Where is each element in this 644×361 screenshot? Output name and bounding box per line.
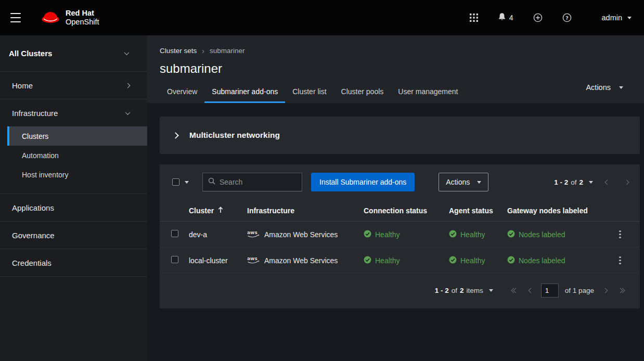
sidebar-item-host-inventory[interactable]: Host inventory: [7, 165, 147, 184]
sidebar-item-infrastructure[interactable]: Infrastructure: [0, 99, 147, 126]
nav-toggle-hamburger-icon[interactable]: [8, 12, 23, 23]
perspective-label: All Clusters: [9, 49, 52, 58]
table-row: dev-a aws Amazon Web Services: [160, 222, 640, 248]
sidebar-item-clusters[interactable]: Clusters: [7, 126, 147, 146]
row-kebab-menu-icon[interactable]: [616, 227, 624, 242]
sidebar-item-label: Governance: [12, 231, 55, 240]
tab-overview[interactable]: Overview: [160, 83, 204, 103]
page-count-label: of 1 page: [565, 287, 594, 294]
connection-status[interactable]: Healthy: [364, 256, 449, 265]
status-label: Healthy: [375, 256, 400, 265]
agent-status[interactable]: Healthy: [449, 256, 507, 265]
svg-text:?: ?: [565, 15, 569, 21]
infrastructure-label: Amazon Web Services: [264, 230, 338, 239]
search-input[interactable]: [220, 178, 297, 186]
username-label: admin: [602, 14, 623, 22]
connection-status[interactable]: Healthy: [364, 230, 449, 239]
column-header-gateway-nodes-labeled: Gateway nodes labeled: [507, 207, 609, 215]
row-select-checkbox[interactable]: [171, 256, 178, 263]
table-actions-dropdown[interactable]: Actions: [439, 173, 488, 191]
page-title: submariner: [160, 61, 640, 76]
pagination-options-menu[interactable]: 1 - 2 of 2 items: [435, 287, 493, 294]
masthead-toolbar: 4 ? admin: [468, 10, 632, 25]
status-label: Nodes labeled: [519, 230, 565, 239]
pagination-range: 1 - 2: [554, 178, 568, 186]
column-header-connection-status: Connection status: [364, 207, 449, 215]
submariner-addons-table-card: Install Submariner add-ons Actions 1 - 2…: [160, 164, 640, 308]
user-menu[interactable]: admin: [602, 14, 632, 22]
sidebar-item-home[interactable]: Home: [0, 72, 147, 99]
help-question-circle-icon[interactable]: ?: [560, 11, 574, 24]
sidebar-item-credentials[interactable]: Credentials: [0, 249, 147, 276]
chevron-down-icon: [477, 181, 481, 184]
install-submariner-addons-button[interactable]: Install Submariner add-ons: [311, 173, 415, 191]
page-header: Cluster sets › submariner submariner Act…: [147, 35, 644, 103]
next-page-button[interactable]: [622, 177, 632, 187]
previous-page-button[interactable]: [526, 286, 536, 295]
infrastructure-cell: aws Amazon Web Services: [247, 229, 364, 240]
sidebar-item-label: Credentials: [12, 259, 51, 267]
chevron-down-icon: [489, 289, 493, 292]
sidebar-item-governance[interactable]: Governance: [0, 222, 147, 249]
notifications-button[interactable]: 4: [496, 10, 516, 25]
column-header-agent-status: Agent status: [449, 207, 507, 215]
tab-cluster-pools[interactable]: Cluster pools: [334, 83, 391, 103]
aws-logo-icon: aws: [247, 255, 260, 266]
pagination-options-menu[interactable]: 1 - 2 of 2: [554, 178, 593, 186]
status-label: Healthy: [375, 230, 400, 239]
create-plus-circle-icon[interactable]: [531, 11, 545, 24]
app-launcher-grid-icon[interactable]: [468, 11, 480, 24]
angle-left-icon: [605, 179, 610, 185]
multicluster-networking-expandable[interactable]: Multicluster networking: [160, 117, 640, 154]
cluster-name: dev-a: [189, 230, 247, 239]
bulk-select-dropdown[interactable]: [168, 173, 193, 191]
status-label: Healthy: [460, 230, 485, 239]
nav-group-credentials: Credentials: [0, 249, 147, 277]
search-box: [202, 173, 302, 191]
tab-cluster-list[interactable]: Cluster list: [285, 83, 333, 103]
expandable-section-title: Multicluster networking: [189, 131, 280, 140]
svg-text:aws: aws: [247, 230, 257, 235]
sidebar-item-label: Applications: [12, 203, 54, 212]
chevron-right-icon: [125, 83, 131, 88]
perspective-switcher[interactable]: All Clusters: [0, 35, 147, 72]
pagination-total: 2: [460, 287, 464, 294]
bottom-pagination: 1 - 2 of 2 items of 1 page: [160, 274, 640, 308]
row-kebab-menu-icon[interactable]: [616, 253, 624, 268]
angle-left-icon: [528, 288, 533, 293]
breadcrumb-cluster-sets-link[interactable]: Cluster sets: [160, 47, 197, 55]
chevron-down-icon: [125, 110, 131, 115]
brand-logo[interactable]: Red Hat OpenShift: [41, 9, 99, 26]
search-icon: [208, 177, 215, 187]
gateway-nodes-status[interactable]: Nodes labeled: [507, 256, 609, 265]
previous-page-button[interactable]: [602, 177, 612, 187]
last-page-button[interactable]: [615, 286, 627, 295]
infrastructure-cell: aws Amazon Web Services: [247, 255, 364, 266]
table-row: local-cluster aws Amazon Web Services: [160, 248, 640, 274]
next-page-button[interactable]: [600, 286, 610, 295]
content-area: Multicluster networking: [147, 103, 644, 361]
status-label: Nodes labeled: [519, 256, 565, 265]
angle-right-icon: [624, 179, 629, 185]
first-page-button[interactable]: [509, 286, 521, 295]
sidebar-item-automation[interactable]: Automation: [7, 146, 147, 165]
nav-group-applications: Applications: [0, 194, 147, 222]
tab-user-management[interactable]: User management: [391, 83, 465, 103]
row-select-checkbox[interactable]: [171, 230, 178, 237]
current-page-input[interactable]: [541, 283, 559, 298]
sidebar: All Clusters Home Infrastructure Cluster…: [0, 35, 147, 361]
breadcrumb-separator-icon: ›: [202, 47, 204, 55]
gateway-nodes-status[interactable]: Nodes labeled: [507, 230, 609, 239]
page-actions-dropdown[interactable]: Actions: [586, 83, 623, 92]
tab-submariner-add-ons[interactable]: Submariner add-ons: [204, 83, 285, 103]
sidebar-item-applications[interactable]: Applications: [0, 194, 147, 221]
chevron-down-icon: [185, 181, 189, 184]
bulk-select-checkbox[interactable]: [172, 178, 179, 186]
actions-label: Actions: [446, 178, 470, 186]
angle-right-icon: [603, 288, 608, 293]
column-header-cluster[interactable]: Cluster: [189, 207, 247, 215]
nav-group-governance: Governance: [0, 222, 147, 249]
chevron-down-icon: [589, 181, 593, 184]
sidebar-item-label: Host inventory: [22, 171, 68, 179]
agent-status[interactable]: Healthy: [449, 230, 507, 239]
